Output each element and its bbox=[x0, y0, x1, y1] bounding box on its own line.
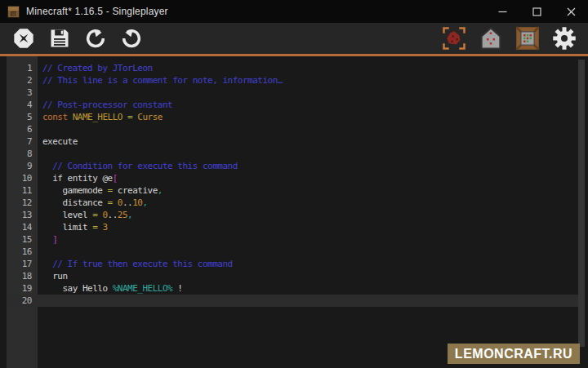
code-line[interactable]: level = 0..25, bbox=[7, 209, 578, 221]
code-token: = bbox=[122, 112, 137, 122]
redo-button[interactable] bbox=[119, 26, 144, 51]
code-line[interactable] bbox=[7, 246, 578, 258]
code-token: .. bbox=[108, 210, 118, 220]
code-token: 3 bbox=[102, 222, 107, 233]
window-controls bbox=[485, 0, 588, 23]
code-token: Curse bbox=[137, 112, 163, 122]
line-number: 20 bbox=[7, 295, 38, 307]
code-line[interactable]: run bbox=[7, 270, 578, 282]
code-line[interactable]: execute bbox=[7, 135, 578, 148]
code-token bbox=[42, 161, 52, 171]
code-token: NAME_HELLO bbox=[73, 112, 122, 122]
structure-home-button[interactable] bbox=[479, 26, 503, 51]
titlebar: Minecraft* 1.16.5 - Singleplayer bbox=[0, 0, 588, 23]
code-token bbox=[42, 259, 52, 269]
line-number: 18 bbox=[7, 270, 38, 282]
code-line[interactable]: ] bbox=[7, 233, 578, 246]
code-token: , bbox=[158, 185, 163, 196]
line-number: 15 bbox=[7, 233, 38, 246]
code-line[interactable]: const NAME_HELLO = Curse bbox=[7, 111, 578, 123]
line-number: 1 bbox=[7, 62, 38, 74]
window-title: Minecraft* 1.16.5 - Singleplayer bbox=[26, 6, 168, 17]
code-token: gamemode bbox=[42, 185, 108, 196]
code-token: const bbox=[42, 112, 73, 122]
line-number: 3 bbox=[7, 86, 38, 99]
app-window: Minecraft* 1.16.5 - Singleplayer bbox=[0, 0, 588, 368]
line-number: 19 bbox=[7, 282, 38, 295]
close-file-button[interactable] bbox=[11, 26, 36, 51]
code-token: ! bbox=[172, 283, 182, 294]
minimize-button[interactable] bbox=[485, 0, 519, 23]
code-line[interactable] bbox=[7, 148, 578, 160]
redstone-select-button[interactable] bbox=[442, 26, 466, 51]
code-token: // Condition for execute this command bbox=[52, 161, 238, 171]
line-number: 17 bbox=[7, 258, 38, 270]
code-token: %NAME_HELLO% bbox=[113, 283, 172, 294]
maximize-button[interactable] bbox=[519, 0, 554, 23]
line-number: 16 bbox=[7, 246, 38, 258]
code-line[interactable]: limit = 3 bbox=[7, 221, 578, 233]
code-lines: // Created by JTorLeon// This line is a … bbox=[7, 56, 578, 307]
code-token: // Created by JTorLeon bbox=[42, 63, 153, 73]
maximize-icon bbox=[532, 7, 541, 16]
code-token: say Hello bbox=[42, 283, 113, 294]
code-line[interactable]: // Post-processor constant bbox=[7, 99, 578, 111]
code-line[interactable] bbox=[7, 86, 578, 99]
save-button[interactable] bbox=[47, 26, 72, 51]
code-line[interactable]: distance = 0..10, bbox=[7, 197, 578, 209]
code-line[interactable]: // This line is a comment for note, info… bbox=[7, 74, 578, 86]
close-octagon-icon bbox=[12, 27, 35, 50]
vertical-scrollbar[interactable] bbox=[578, 60, 585, 347]
code-line[interactable] bbox=[7, 123, 578, 135]
settings-gear-icon bbox=[552, 26, 577, 51]
line-number: 13 bbox=[7, 209, 38, 221]
line-number: 9 bbox=[7, 160, 38, 172]
watermark-banner: LEMONCRAFT.RU bbox=[448, 344, 580, 364]
code-token: distance bbox=[42, 197, 108, 208]
code-line[interactable]: // Condition for execute this command bbox=[7, 160, 578, 172]
line-number: 14 bbox=[7, 221, 38, 233]
line-number: 12 bbox=[7, 197, 38, 209]
watermark-label: LEMONCRAFT.RU bbox=[455, 347, 572, 361]
code-token: limit bbox=[42, 222, 92, 233]
structure-home-icon bbox=[479, 26, 503, 51]
close-window-button[interactable] bbox=[554, 0, 588, 23]
code-token bbox=[42, 234, 52, 245]
crafting-table-icon bbox=[515, 26, 540, 51]
close-icon bbox=[567, 7, 576, 16]
line-number: 10 bbox=[7, 172, 38, 184]
code-line[interactable] bbox=[7, 295, 578, 307]
code-line[interactable]: // If true then execute this command bbox=[7, 258, 578, 270]
code-token: , bbox=[127, 210, 132, 220]
code-token: // If true then execute this command bbox=[52, 259, 232, 269]
line-number: 6 bbox=[7, 123, 38, 135]
code-line[interactable]: // Created by JTorLeon bbox=[7, 62, 578, 74]
line-number: 7 bbox=[7, 135, 38, 148]
line-number: 5 bbox=[7, 111, 38, 123]
redo-icon bbox=[120, 27, 143, 50]
minecraft-app-icon bbox=[7, 6, 20, 18]
code-token: run bbox=[42, 271, 68, 282]
code-line[interactable]: gamemode = creative, bbox=[7, 184, 578, 197]
toolbar-left-group bbox=[0, 26, 144, 51]
code-token: 25 bbox=[118, 210, 127, 220]
code-line[interactable]: if entity @e[ bbox=[7, 172, 578, 184]
code-token: ] bbox=[52, 234, 57, 245]
code-editor[interactable]: // Created by JTorLeon// This line is a … bbox=[0, 56, 588, 368]
settings-button[interactable] bbox=[552, 26, 577, 51]
save-floppy-icon bbox=[48, 27, 71, 50]
toolbar bbox=[0, 23, 588, 54]
minimize-icon bbox=[498, 7, 507, 16]
redstone-select-icon bbox=[442, 26, 466, 51]
code-line[interactable]: say Hello %NAME_HELLO% ! bbox=[7, 282, 578, 295]
undo-icon bbox=[84, 27, 107, 50]
line-number: 4 bbox=[7, 99, 38, 111]
line-number: 2 bbox=[7, 74, 38, 86]
code-token: 10 bbox=[132, 197, 142, 208]
line-number: 8 bbox=[7, 148, 38, 160]
code-token: // This line is a comment for note, info… bbox=[42, 75, 283, 86]
crafting-table-button[interactable] bbox=[515, 26, 540, 51]
undo-button[interactable] bbox=[83, 26, 108, 51]
line-number-gutter: 1234567891011121314151617181920 bbox=[7, 56, 38, 307]
toolbar-right-group bbox=[442, 26, 588, 51]
